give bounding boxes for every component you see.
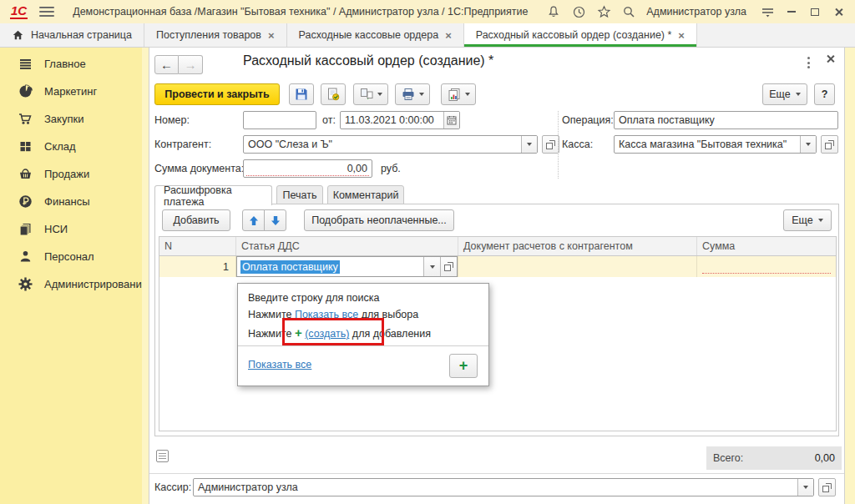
- number-label: Номер:: [154, 114, 190, 126]
- pick-unpaid-button[interactable]: Подобрать неоплаченные...: [304, 209, 454, 231]
- contragent-input[interactable]: ООО "Слеза и Ъ": [243, 135, 538, 154]
- contragent-value[interactable]: ООО "Слеза и Ъ": [244, 136, 521, 153]
- post-document-button[interactable]: [321, 83, 346, 105]
- move-row-up-button[interactable]: [242, 209, 265, 231]
- cashier-open-button[interactable]: [818, 478, 836, 496]
- nav-forward-button[interactable]: →: [179, 55, 203, 74]
- table-more-button[interactable]: Еще: [783, 209, 832, 231]
- cashier-bar: Кассир: Администратор узла: [149, 473, 844, 499]
- sidebar-item-administration[interactable]: Администрирование: [0, 270, 142, 298]
- column-header-n[interactable]: N: [159, 237, 236, 255]
- column-header-dds[interactable]: Статья ДДС: [236, 237, 458, 255]
- annotation-highlight-rectangle: [282, 318, 384, 345]
- cell-settlement-doc[interactable]: [458, 256, 697, 277]
- dds-dropdown-button[interactable]: [423, 257, 440, 276]
- nav-back-button[interactable]: ←: [154, 55, 179, 74]
- cart-icon: [18, 112, 33, 126]
- close-window-button[interactable]: [827, 3, 850, 21]
- tab-close-icon[interactable]: ×: [445, 30, 452, 41]
- dds-open-button[interactable]: [440, 257, 457, 276]
- current-user-label[interactable]: Администратор узла: [646, 6, 746, 18]
- sidebar-item-label: Персонал: [44, 250, 94, 263]
- sidebar-item-nsi[interactable]: НСИ: [0, 215, 142, 243]
- sidebar-item-finance[interactable]: Финансы: [0, 188, 142, 215]
- sidebar-item-marketing[interactable]: Маркетинг: [0, 78, 142, 105]
- maximize-button[interactable]: [803, 3, 827, 21]
- sidebar-item-personnel[interactable]: Персонал: [0, 243, 142, 270]
- window-title: Демонстрационная база /Магазин "Бытовая …: [73, 6, 528, 18]
- cell-sum[interactable]: [697, 256, 836, 277]
- kassa-open-button[interactable]: [821, 135, 838, 154]
- save-button[interactable]: [289, 83, 314, 105]
- sidebar-item-label: Продажи: [44, 168, 89, 180]
- plus-icon: +: [459, 357, 468, 375]
- dropdown-caret-icon: [430, 265, 435, 269]
- form-menu-kebab-icon[interactable]: [802, 56, 814, 69]
- create-based-on-button[interactable]: [353, 83, 388, 105]
- tab-home[interactable]: Начальная страница: [0, 23, 144, 47]
- form-title: Расходный кассовый ордер (создание) *: [243, 53, 493, 68]
- dds-article-selected-text[interactable]: Оплата поставщику: [240, 260, 340, 274]
- kassa-value[interactable]: Касса магазина "Бытовая техника": [615, 136, 800, 153]
- tab-payment-details[interactable]: Расшифровка платежа: [154, 185, 272, 205]
- post-document-icon: [326, 88, 340, 101]
- cell-dds-article[interactable]: Оплата поставщику: [236, 256, 458, 277]
- operation-input[interactable]: Оплата поставщику: [614, 111, 838, 129]
- date-value[interactable]: 11.03.2021 0:00:00: [341, 112, 443, 129]
- gear-icon: [18, 277, 33, 291]
- tab-print[interactable]: Печать: [276, 185, 323, 204]
- tab-label: Расходные кассовые ордера: [299, 29, 439, 41]
- kassa-input[interactable]: Касса магазина "Бытовая техника": [614, 135, 817, 154]
- column-header-settlement-doc[interactable]: Документ расчетов с контрагентом: [458, 237, 697, 255]
- popup-separator: [238, 345, 488, 346]
- cash-order-form: ← → Расходный кассовый ордер (создание) …: [149, 48, 845, 504]
- contragent-dropdown-button[interactable]: [521, 136, 537, 153]
- history-icon[interactable]: [566, 3, 591, 21]
- tab-close-icon[interactable]: ×: [268, 30, 275, 41]
- tab-cash-order-create[interactable]: Расходный кассовый ордер (создание) * ×: [464, 23, 697, 47]
- cashier-input[interactable]: Администратор узла: [193, 478, 814, 496]
- table-row[interactable]: 1 Оплата поставщику: [159, 256, 836, 277]
- create-new-button[interactable]: +: [449, 354, 478, 378]
- date-input[interactable]: 11.03.2021 0:00:00: [340, 111, 460, 129]
- minimize-button[interactable]: [780, 3, 803, 21]
- cell-row-number[interactable]: 1: [159, 256, 236, 277]
- amount-input[interactable]: 0,00: [243, 159, 372, 178]
- form-close-icon[interactable]: [826, 54, 835, 63]
- dropdown-caret-icon: [818, 219, 823, 222]
- sidebar-item-sales[interactable]: Продажи: [0, 160, 142, 188]
- tab-close-icon[interactable]: ×: [678, 30, 685, 41]
- move-row-down-button[interactable]: [264, 209, 286, 231]
- cashier-dropdown-button[interactable]: [797, 479, 813, 496]
- cashier-value[interactable]: Администратор узла: [194, 479, 797, 496]
- tab-comment[interactable]: Комментарий: [327, 185, 404, 204]
- dds-article-editor[interactable]: Оплата поставщику: [236, 256, 458, 277]
- tab-label: Расходный кассовый ордер (создание) *: [476, 29, 672, 41]
- calendar-picker-button[interactable]: [443, 112, 459, 129]
- help-button[interactable]: ?: [814, 83, 835, 105]
- date-label: от:: [322, 114, 336, 126]
- contragent-open-button[interactable]: [542, 135, 559, 154]
- sidebar-item-main[interactable]: Главное: [0, 50, 142, 78]
- tab-goods-receipts[interactable]: Поступления товаров ×: [144, 23, 287, 47]
- sidebar-item-warehouse[interactable]: Склад: [0, 133, 142, 160]
- search-icon[interactable]: [616, 3, 641, 21]
- sidebar-item-purchases[interactable]: Закупки: [0, 105, 142, 133]
- print-button[interactable]: [395, 83, 430, 105]
- form-more-button[interactable]: Еще: [762, 83, 807, 105]
- add-row-button[interactable]: Добавить: [162, 209, 230, 231]
- post-and-close-button[interactable]: Провести и закрыть: [154, 83, 280, 105]
- table-header-row: N Статья ДДС Документ расчетов с контраг…: [159, 237, 836, 256]
- arrow-down-icon: [271, 215, 281, 226]
- reports-button[interactable]: [441, 83, 476, 105]
- column-header-sum[interactable]: Сумма: [697, 237, 836, 255]
- show-all-link[interactable]: Показать все: [248, 359, 311, 370]
- kassa-dropdown-button[interactable]: [800, 136, 816, 153]
- number-input[interactable]: [243, 111, 316, 129]
- favorites-star-icon[interactable]: [591, 3, 616, 21]
- comment-toggle-icon[interactable]: [156, 450, 169, 462]
- main-menu-icon[interactable]: [39, 7, 54, 17]
- user-settings-menu-icon[interactable]: [755, 3, 780, 21]
- tab-cash-orders-list[interactable]: Расходные кассовые ордера ×: [287, 23, 464, 47]
- notifications-bell-icon[interactable]: [541, 3, 566, 21]
